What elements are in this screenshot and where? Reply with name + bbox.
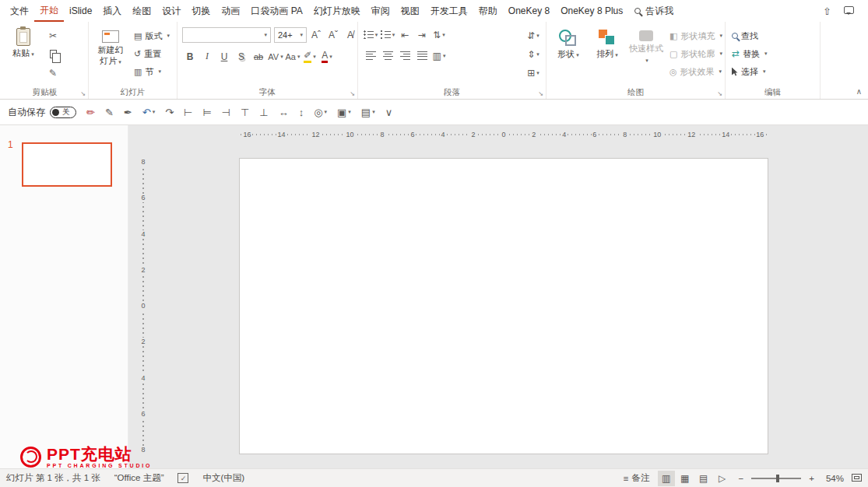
highlight-color-button[interactable]: ✐ [302,49,318,64]
underline-button[interactable]: U [216,49,232,64]
draw-pen2-button[interactable]: ✎ [105,107,114,118]
tab-help[interactable]: 帮助 [473,0,503,22]
zoom-in-button[interactable]: + [809,474,814,483]
text-shadow-button[interactable]: S [234,49,249,64]
tab-onekey-8-plus[interactable]: OneKey 8 Plus [555,0,628,22]
new-slide-button[interactable]: 新建幻灯片 [93,26,128,86]
font-dialog-launcher[interactable] [350,91,355,97]
copy-button[interactable] [45,47,61,61]
align-right-objects-button[interactable]: ⊣ [222,107,230,118]
align-text-button[interactable]: ⇕ [525,47,541,61]
change-case-button[interactable]: Aa [285,49,300,64]
arrange-button[interactable]: 排列 [590,26,624,86]
section-button[interactable]: ▥节 [132,64,171,79]
zoom-percentage[interactable]: 54% [822,474,844,483]
font-size-select[interactable]: 24+ [274,27,307,43]
align-center-button[interactable] [380,48,395,63]
slide-sorter-button[interactable]: ▦ [676,471,694,486]
tab-file[interactable]: 文件 [5,0,34,22]
tab-review[interactable]: 审阅 [366,0,395,22]
font-color-button[interactable]: A [319,49,335,64]
spell-check-button[interactable]: ✓ [177,473,188,484]
autosave-toggle[interactable]: 自动保存 关 [8,106,76,119]
bullets-button[interactable] [363,27,378,42]
more-commands-button[interactable]: ∨ [385,107,393,118]
tab-home[interactable]: 开始 [34,0,64,22]
increase-font-size-button[interactable]: Aˆ [308,28,324,43]
tab-insert[interactable]: 插入 [97,0,127,22]
reset-button[interactable]: ↺重置 [132,46,171,61]
text-direction-button[interactable]: ⇵ [525,28,541,43]
convert-to-smartart-button[interactable]: ⊞ [525,65,541,80]
increase-indent-button[interactable]: ⇥ [414,27,430,42]
numbering-button[interactable] [380,27,395,42]
decrease-indent-button[interactable]: ⇤ [397,27,413,42]
shape-fill-button[interactable]: ◧形状填充 [668,28,724,44]
italic-button[interactable]: I [199,49,215,64]
tell-me-box[interactable]: 告诉我 [634,5,673,18]
redo-button[interactable]: ↷ [165,107,174,118]
clear-formatting-button[interactable]: A̸ [343,28,358,43]
zoom-slider-thumb[interactable] [776,475,779,482]
align-right-button[interactable] [397,48,413,63]
notes-button[interactable]: ≡ 备注 [624,472,650,484]
distribute-horizontal-button[interactable]: ↔ [279,107,289,118]
tab-pocket-animation[interactable]: 口袋动画 PA [245,0,307,22]
distribute-vertical-button[interactable]: ↕ [299,107,304,118]
grid-settings-button[interactable]: ▤ [361,107,375,118]
tab-islide[interactable]: iSlide [64,0,97,22]
slideshow-button[interactable]: ▷ [714,471,731,486]
character-spacing-button[interactable]: AV [268,49,283,64]
align-left-button[interactable] [363,48,378,63]
tab-slideshow[interactable]: 幻灯片放映 [308,0,366,22]
clipboard-dialog-launcher[interactable] [80,91,86,97]
align-left-objects-button[interactable]: ⊢ [184,107,192,118]
align-bottom-objects-button[interactable]: ⊥ [259,107,268,118]
font-name-select[interactable] [182,27,271,43]
comments-button[interactable] [844,5,854,16]
undo-button[interactable]: ↶ [142,107,155,118]
draw-pen-button[interactable]: ✏ [86,107,95,118]
tab-design[interactable]: 设计 [156,0,186,22]
reading-view-button[interactable]: ▤ [695,471,712,486]
align-center-objects-button[interactable]: ⊨ [202,107,211,118]
tab-onekey-8[interactable]: OneKey 8 [503,0,555,22]
decrease-font-size-button[interactable]: Aˇ [325,28,341,43]
draw-highlighter-button[interactable]: ✒ [124,107,132,118]
tab-view[interactable]: 视图 [395,0,425,22]
collapse-ribbon-button[interactable]: ∧ [856,87,862,96]
bold-button[interactable]: B [182,49,198,64]
format-painter-button[interactable]: ✎ [45,65,61,80]
find-button[interactable]: 查找 [730,28,769,44]
language-indicator[interactable]: 中文(中国) [202,472,244,484]
tab-developer[interactable]: 开发工具 [425,0,473,22]
fit-slide-button[interactable] [852,474,862,483]
merge-shapes-button[interactable]: ◎ [314,107,327,118]
align-top-objects-button[interactable]: ⊤ [241,107,249,118]
theme-name[interactable]: “Office 主题” [114,472,164,484]
shape-outline-button[interactable]: ▢形状轮廓 [668,46,724,61]
select-button[interactable]: 选择 [730,64,769,79]
vertical-ruler[interactable]: 864202468 [139,158,148,454]
drawing-dialog-launcher[interactable] [717,91,722,97]
shape-effects-button[interactable]: ◎形状效果 [668,64,724,79]
group-objects-button[interactable]: ▣ [337,107,351,118]
slide-thumbnail[interactable] [22,142,112,187]
quick-styles-button[interactable]: 快速样式 [629,26,663,86]
zoom-slider[interactable] [751,478,801,479]
layout-button[interactable]: ▤版式 [132,28,171,44]
share-button[interactable]: ⇧ [823,5,831,17]
shapes-button[interactable]: 形状 [551,26,585,86]
tab-animations[interactable]: 动画 [216,0,245,22]
tab-draw[interactable]: 绘图 [127,0,156,22]
normal-view-button[interactable]: ▥ [658,471,675,486]
paste-button[interactable]: 粘贴 [6,26,40,86]
replace-button[interactable]: ⇄替换 [730,46,769,61]
slide-canvas[interactable] [239,158,768,454]
paragraph-dialog-launcher[interactable] [538,91,543,97]
horizontal-ruler[interactable]: 1614121086420246810121416 [239,130,768,139]
cut-button[interactable]: ✂ [45,28,61,43]
columns-button[interactable]: ▥ [431,48,447,63]
justify-button[interactable] [414,48,430,63]
tab-transitions[interactable]: 切换 [186,0,216,22]
